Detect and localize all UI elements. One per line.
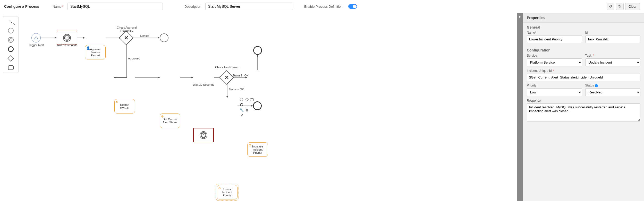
gateway-check-alert-closed[interactable]: ✕: [222, 72, 232, 83]
prop-id-label: Id: [585, 31, 641, 34]
wait10-label: Wait 10 seconds: [54, 43, 80, 47]
name-label: Name*: [53, 5, 63, 8]
task-approve-service-restart[interactable]: 👤 Approve Service Restart: [85, 45, 106, 59]
user-task-icon: 👤: [86, 46, 90, 50]
task-increase-incident-priority[interactable]: ⚙ Increase Incident Priority: [247, 142, 268, 157]
edge-label-status-not-ok: Status != OK: [232, 74, 250, 77]
gateway2-label: Check Alert Closed: [214, 66, 240, 69]
lasso-tool-icon[interactable]: ↘: [7, 18, 14, 25]
properties-collapse-button[interactable]: ▸: [517, 13, 523, 201]
context-wrench-icon[interactable]: 🔧: [240, 108, 244, 112]
redo-icon: ↻: [618, 4, 621, 8]
properties-title: Properties: [523, 13, 644, 23]
prop-task-label: Task *: [585, 54, 641, 57]
task-get-current-alert-status[interactable]: ⚙ Get Current Alert Status: [160, 113, 180, 128]
chevron-right-icon: ▸: [519, 15, 521, 19]
gateway-tool[interactable]: [7, 55, 14, 62]
prop-name-label: Name*: [527, 31, 582, 34]
context-trash-icon[interactable]: 🗑: [245, 108, 249, 112]
general-section-title: General: [523, 23, 644, 31]
gateway-check-approval[interactable]: ✕: [121, 33, 131, 43]
prop-name-input[interactable]: [527, 36, 582, 43]
description-label: Description: [184, 5, 201, 8]
configuration-section-title: Configuration: [523, 46, 644, 54]
end-event-denied[interactable]: [160, 33, 168, 42]
context-annotation-icon[interactable]: —: [245, 103, 249, 107]
flow-connectors: [19, 13, 517, 201]
prop-id-input[interactable]: [585, 36, 641, 43]
prop-incident-id-input[interactable]: [527, 74, 640, 81]
main-area: ↘: [0, 13, 644, 201]
start-event-trigger-alert[interactable]: [31, 33, 41, 42]
header-bar: Configure a Process Name* Description En…: [0, 0, 644, 13]
start-event-tool[interactable]: [7, 27, 14, 34]
end-event-tool[interactable]: [7, 46, 14, 53]
prop-response-textarea[interactable]: [527, 103, 640, 121]
prop-incident-id-label: Incident Unique Id *: [527, 69, 640, 73]
task-restart-mysql[interactable]: ↻ Restart MySQL: [114, 99, 135, 113]
prop-service-label: Service: [527, 54, 582, 57]
intermediate-event-tool[interactable]: [7, 37, 14, 43]
context-connect-icon[interactable]: ↗: [240, 113, 244, 117]
palette: ↘: [3, 16, 19, 73]
info-icon[interactable]: i: [595, 84, 598, 87]
undo-button[interactable]: ↺: [607, 3, 614, 10]
task-tool[interactable]: [7, 64, 14, 71]
script-task-icon: ↻: [116, 100, 118, 104]
enable-process-toggle[interactable]: [348, 4, 357, 9]
edge-label-denied: Denied: [137, 34, 152, 37]
prop-response-label: Response: [527, 99, 640, 102]
context-append-task[interactable]: [250, 98, 254, 102]
redo-button[interactable]: ↻: [616, 3, 624, 10]
gateway1-label: Check Approval Response: [114, 26, 140, 32]
service-task-icon: ⚙: [218, 186, 221, 190]
timer-wait-30-seconds[interactable]: [193, 128, 214, 142]
timer-wait-10-seconds[interactable]: [57, 31, 77, 45]
edge-label-approved: Approved: [128, 57, 143, 60]
process-description-input[interactable]: [205, 3, 293, 10]
service-task-icon: ⚙: [249, 144, 251, 147]
prop-priority-label: Priority: [527, 84, 582, 87]
context-append-gateway[interactable]: [245, 98, 249, 102]
prop-status-label: Statusi: [585, 84, 641, 87]
prop-task-select[interactable]: Update Incident: [585, 58, 641, 66]
start-event-label: Trigger Alert: [23, 43, 49, 47]
end-event-increase[interactable]: [253, 46, 262, 55]
context-append-end-event[interactable]: [240, 103, 244, 107]
wait30-label: Wait 30 Seconds: [191, 83, 216, 86]
service-task-icon: ⚙: [161, 115, 164, 118]
enable-label: Enable Process Definition: [304, 5, 343, 8]
process-canvas[interactable]: Trigger Alert Wait 10 seconds 👤 Approve …: [19, 13, 517, 201]
undo-icon: ↺: [609, 4, 612, 8]
task-lower-incident-priority[interactable]: ⚙ Lower Incident Priority: [217, 185, 238, 199]
process-name-input[interactable]: [67, 3, 163, 10]
prop-priority-select[interactable]: Low: [527, 88, 582, 96]
context-pad: — 🔧 🗑 ↗: [240, 98, 254, 117]
edge-label-status-ok: Status = OK: [228, 88, 247, 91]
prop-status-select[interactable]: Resolved: [585, 88, 641, 96]
prop-service-select[interactable]: Platform Service: [527, 58, 582, 66]
properties-panel: Properties General Name* Id Configuratio…: [523, 13, 644, 201]
page-title: Configure a Process: [4, 4, 39, 8]
clear-button[interactable]: Clear: [625, 3, 640, 10]
end-event-lower[interactable]: [253, 101, 262, 110]
context-append-event[interactable]: [240, 98, 244, 102]
